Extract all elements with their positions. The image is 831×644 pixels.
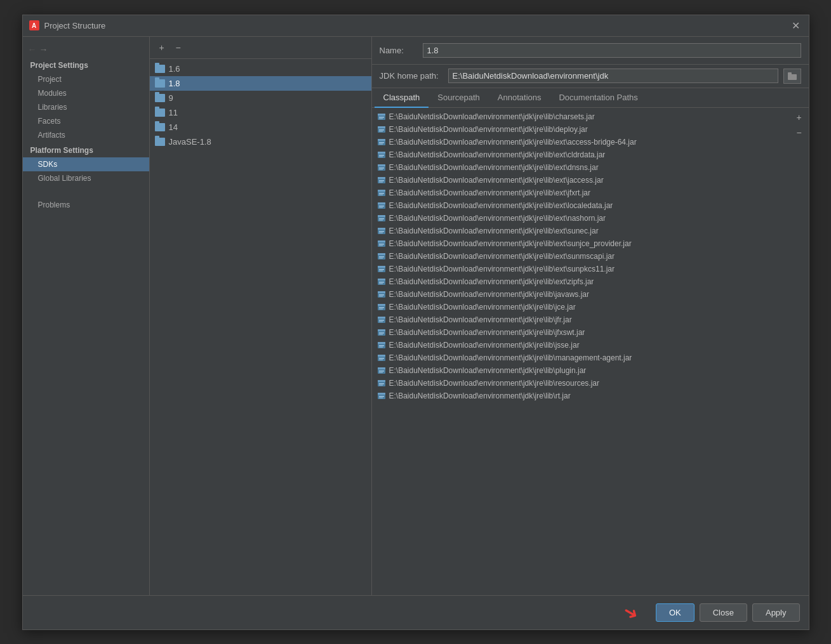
svg-rect-76 <box>379 345 384 346</box>
middle-toolbar: + − <box>150 37 371 59</box>
list-item[interactable]: E:\BaiduNetdiskDownload\environment\jdk\… <box>372 123 809 136</box>
close-button-bottom[interactable]: Close <box>700 603 747 622</box>
jar-icon <box>377 379 386 388</box>
sdk-item-1.8[interactable]: 1.8 <box>150 76 371 91</box>
list-item[interactable]: E:\BaiduNetdiskDownload\environment\jdk\… <box>372 174 809 187</box>
list-item[interactable]: E:\BaiduNetdiskDownload\environment\jdk\… <box>372 161 809 174</box>
folder-icon <box>155 65 165 73</box>
classpath-toolbar: + − <box>790 108 809 142</box>
ok-button[interactable]: OK <box>656 603 695 622</box>
svg-rect-80 <box>379 358 384 359</box>
project-settings-title: Project Settings <box>23 57 149 72</box>
list-item[interactable]: E:\BaiduNetdiskDownload\environment\jdk\… <box>372 377 809 390</box>
tab-classpath[interactable]: Classpath <box>375 88 429 108</box>
remove-classpath-button[interactable]: − <box>792 126 806 140</box>
jar-icon <box>377 341 386 350</box>
list-item[interactable]: E:\BaiduNetdiskDownload\environment\jdk\… <box>372 212 809 225</box>
tab-annotations[interactable]: Annotations <box>489 88 550 108</box>
sdk-item-1.6[interactable]: 1.6 <box>150 62 371 76</box>
svg-rect-79 <box>378 355 385 357</box>
sdk-item-14[interactable]: 14 <box>150 120 371 135</box>
jar-icon <box>377 214 386 223</box>
jar-icon <box>377 227 386 235</box>
svg-rect-84 <box>379 371 384 372</box>
add-sdk-button[interactable]: + <box>155 41 169 55</box>
svg-rect-60 <box>379 294 384 296</box>
app-icon: A <box>29 20 39 30</box>
svg-rect-20 <box>379 168 384 169</box>
forward-arrow[interactable]: → <box>39 44 48 55</box>
svg-rect-48 <box>379 256 384 258</box>
apply-arrow-indicator: ➜ <box>619 600 642 625</box>
svg-rect-28 <box>379 193 384 194</box>
middle-panel: + − 1.6 1.8 9 11 <box>150 37 372 595</box>
sdk-item-9[interactable]: 9 <box>150 91 371 105</box>
svg-rect-1 <box>788 72 792 75</box>
list-item[interactable]: E:\BaiduNetdiskDownload\environment\jdk\… <box>372 199 809 212</box>
jar-icon <box>377 303 386 312</box>
list-item[interactable]: E:\BaiduNetdiskDownload\environment\jdk\… <box>372 288 809 301</box>
remove-sdk-button[interactable]: − <box>171 41 185 55</box>
browse-button[interactable] <box>783 69 801 84</box>
jar-icon <box>377 315 386 324</box>
sidebar-item-libraries[interactable]: Libraries <box>23 100 149 114</box>
tab-sourcepath[interactable]: Sourcepath <box>429 88 489 108</box>
svg-rect-37 <box>379 220 383 220</box>
list-item[interactable]: E:\BaiduNetdiskDownload\environment\jdk\… <box>372 110 809 123</box>
list-item[interactable]: E:\BaiduNetdiskDownload\environment\jdk\… <box>372 275 809 288</box>
svg-rect-47 <box>378 253 385 255</box>
add-classpath-button[interactable]: + <box>792 110 806 124</box>
svg-rect-65 <box>379 308 383 309</box>
sidebar-item-global-libraries[interactable]: Global Libraries <box>23 171 149 185</box>
list-item[interactable]: E:\BaiduNetdiskDownload\environment\jdk\… <box>372 148 809 161</box>
sidebar-item-modules[interactable]: Modules <box>23 86 149 100</box>
sidebar-item-facets[interactable]: Facets <box>23 114 149 128</box>
tab-documentation-paths[interactable]: Documentation Paths <box>550 88 646 108</box>
list-item[interactable]: E:\BaiduNetdiskDownload\environment\jdk\… <box>372 313 809 326</box>
sdk-item-11[interactable]: 11 <box>150 105 371 120</box>
list-item[interactable]: E:\BaiduNetdiskDownload\environment\jdk\… <box>372 263 809 275</box>
sidebar-item-sdks[interactable]: SDKs <box>23 157 149 171</box>
svg-rect-71 <box>378 329 385 331</box>
sidebar-item-project[interactable]: Project <box>23 72 149 86</box>
jar-icon <box>377 163 386 172</box>
list-item[interactable]: E:\BaiduNetdiskDownload\environment\jdk\… <box>372 301 809 313</box>
sdk-item-javase-1.8[interactable]: JavaSE-1.8 <box>150 135 371 149</box>
list-item[interactable]: E:\BaiduNetdiskDownload\environment\jdk\… <box>372 136 809 148</box>
svg-rect-0 <box>788 74 797 80</box>
sdk-list: 1.6 1.8 9 11 14 <box>150 59 371 595</box>
jdk-home-input[interactable] <box>448 69 778 83</box>
list-item[interactable]: E:\BaiduNetdiskDownload\environment\jdk\… <box>372 390 809 402</box>
list-item[interactable]: E:\BaiduNetdiskDownload\environment\jdk\… <box>372 250 809 263</box>
apply-button[interactable]: Apply <box>752 603 800 622</box>
svg-rect-69 <box>379 321 383 322</box>
list-item[interactable]: E:\BaiduNetdiskDownload\environment\jdk\… <box>372 339 809 352</box>
close-button[interactable]: ✕ <box>790 19 802 32</box>
svg-rect-4 <box>379 117 384 118</box>
list-item[interactable]: E:\BaiduNetdiskDownload\environment\jdk\… <box>372 352 809 364</box>
list-item[interactable]: E:\BaiduNetdiskDownload\environment\jdk\… <box>372 187 809 199</box>
sidebar-item-artifacts[interactable]: Artifacts <box>23 128 149 142</box>
svg-rect-49 <box>379 258 383 258</box>
svg-rect-55 <box>378 279 385 280</box>
list-item[interactable]: E:\BaiduNetdiskDownload\environment\jdk\… <box>372 237 809 250</box>
jar-icon <box>377 239 386 248</box>
back-arrow[interactable]: ← <box>28 44 37 55</box>
svg-rect-17 <box>379 156 383 157</box>
svg-rect-91 <box>378 393 385 395</box>
svg-rect-43 <box>378 240 385 242</box>
list-item[interactable]: E:\BaiduNetdiskDownload\environment\jdk\… <box>372 225 809 237</box>
svg-rect-27 <box>378 190 385 192</box>
jar-icon <box>377 391 386 400</box>
svg-rect-81 <box>379 359 383 360</box>
name-input[interactable] <box>423 43 801 58</box>
svg-rect-83 <box>378 367 385 369</box>
sidebar-item-problems[interactable]: Problems <box>23 198 149 212</box>
folder-icon <box>155 138 165 146</box>
list-item[interactable]: E:\BaiduNetdiskDownload\environment\jdk\… <box>372 364 809 377</box>
folder-icon <box>155 108 165 117</box>
svg-rect-45 <box>379 245 383 246</box>
classpath-list: E:\BaiduNetdiskDownload\environment\jdk\… <box>372 108 809 595</box>
list-item[interactable]: E:\BaiduNetdiskDownload\environment\jdk\… <box>372 326 809 339</box>
sidebar: ← → Project Settings Project Modules Lib… <box>23 37 150 595</box>
